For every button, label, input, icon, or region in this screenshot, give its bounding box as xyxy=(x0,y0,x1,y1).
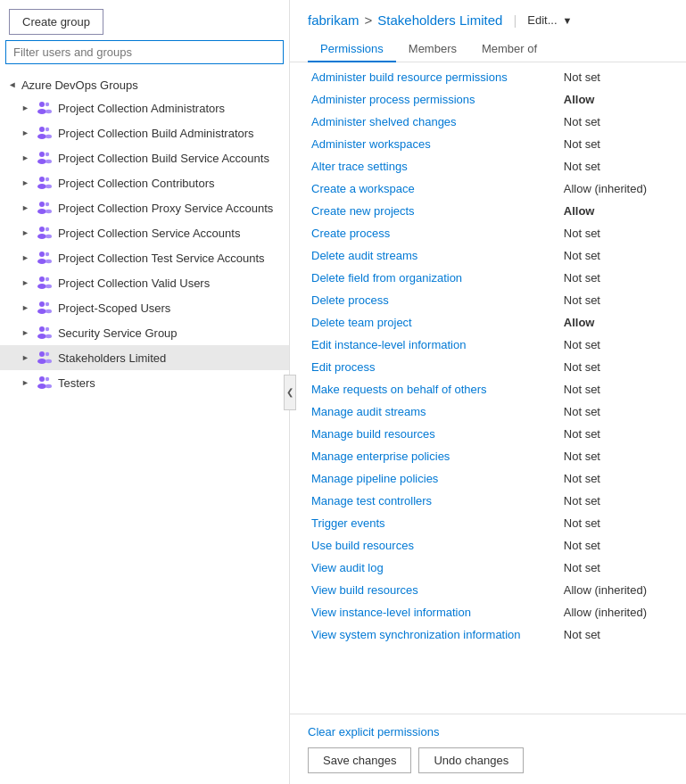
permission-name[interactable]: Administer process permissions xyxy=(308,88,560,111)
chevron-right-icon: ► xyxy=(21,153,29,162)
tree-item[interactable]: ► Project Collection Contributors xyxy=(0,170,289,195)
tab-members[interactable]: Members xyxy=(396,37,469,62)
group-icon xyxy=(35,374,53,392)
permission-name[interactable]: Create new projects xyxy=(308,200,560,222)
tree-item[interactable]: ► Project Collection Service Accounts xyxy=(0,220,289,245)
permission-name[interactable]: Delete process xyxy=(308,289,560,311)
permission-value[interactable]: Not set xyxy=(560,66,668,88)
permission-value[interactable]: Not set xyxy=(560,400,668,423)
tree-item[interactable]: ► Project Collection Administrators xyxy=(0,95,289,120)
permission-value[interactable]: Not set xyxy=(560,512,668,534)
permission-name[interactable]: Manage audit streams xyxy=(308,400,560,423)
tab-member-of[interactable]: Member of xyxy=(469,37,550,62)
permission-value[interactable]: Not set xyxy=(560,557,668,579)
breadcrumb-group: Stakeholders Limited xyxy=(377,12,502,28)
permission-name[interactable]: View build resources xyxy=(308,579,560,601)
permission-value[interactable]: Not set xyxy=(560,155,668,177)
tree-item[interactable]: ► Project Collection Test Service Accoun… xyxy=(0,245,289,270)
permission-name[interactable]: Delete audit streams xyxy=(308,244,560,267)
table-row: Administer process permissionsAllow xyxy=(308,88,668,111)
tree-item[interactable]: ► Testers xyxy=(0,370,289,395)
tree-group-header[interactable]: ▼ Azure DevOps Groups xyxy=(0,75,289,95)
permission-name[interactable]: Manage pipeline policies xyxy=(308,467,560,490)
permission-name[interactable]: Administer shelved changes xyxy=(308,111,560,133)
permission-value[interactable]: Not set xyxy=(560,111,668,133)
filter-input[interactable] xyxy=(5,40,284,64)
group-icon xyxy=(35,274,53,292)
undo-button[interactable]: Undo changes xyxy=(418,747,524,773)
group-name: Project Collection Build Administrators xyxy=(58,127,254,140)
permission-name[interactable]: Edit process xyxy=(308,356,560,378)
permission-value[interactable]: Not set xyxy=(560,623,668,646)
permission-value[interactable]: Not set xyxy=(560,334,668,356)
permission-value[interactable]: Allow xyxy=(560,311,668,334)
permission-value[interactable]: Allow xyxy=(560,200,668,222)
table-row: Delete field from organizationNot set xyxy=(308,267,668,289)
chevron-right-icon: ► xyxy=(21,228,29,237)
permission-name[interactable]: Edit instance-level information xyxy=(308,334,560,356)
svg-point-10 xyxy=(45,153,49,156)
permissions-table: Administer build resource permissionsNot… xyxy=(308,66,668,646)
permission-value[interactable]: Not set xyxy=(560,467,668,490)
svg-point-37 xyxy=(37,334,46,339)
permission-name[interactable]: Manage build resources xyxy=(308,423,560,445)
svg-point-44 xyxy=(39,376,45,382)
svg-point-24 xyxy=(39,252,45,257)
svg-point-22 xyxy=(45,227,49,231)
permission-value[interactable]: Not set xyxy=(560,534,668,557)
breadcrumb-edit-arrow[interactable]: ▼ xyxy=(563,15,573,26)
permission-name[interactable]: Make requests on behalf of others xyxy=(308,378,560,400)
breadcrumb-org[interactable]: fabrikam xyxy=(308,12,360,28)
tree-item[interactable]: ► Project Collection Build Service Accou… xyxy=(0,145,289,170)
tree-item[interactable]: ► Security Service Group xyxy=(0,320,289,345)
permission-value[interactable]: Allow xyxy=(560,88,668,111)
permission-value[interactable]: Not set xyxy=(560,222,668,244)
permission-name[interactable]: Manage test controllers xyxy=(308,490,560,512)
permission-value[interactable]: Allow (inherited) xyxy=(560,579,668,601)
permission-name[interactable]: Delete team project xyxy=(308,311,560,334)
permission-value[interactable]: Not set xyxy=(560,289,668,311)
permission-name[interactable]: Alter trace settings xyxy=(308,155,560,177)
permission-value[interactable]: Not set xyxy=(560,267,668,289)
collapse-panel-button[interactable]: ❮ xyxy=(284,375,296,410)
permission-name[interactable]: Trigger events xyxy=(308,512,560,534)
permission-name[interactable]: Manage enterprise policies xyxy=(308,445,560,467)
breadcrumb: fabrikam > Stakeholders Limited | Edit..… xyxy=(308,12,668,28)
permission-name[interactable]: View audit log xyxy=(308,557,560,579)
tree-section: ▼ Azure DevOps Groups ► Project Collecti… xyxy=(0,71,289,784)
permission-value[interactable]: Allow (inherited) xyxy=(560,177,668,200)
permission-name[interactable]: Create a workspace xyxy=(308,177,560,200)
tree-item[interactable]: ► Project Collection Proxy Service Accou… xyxy=(0,195,289,220)
permission-value[interactable]: Not set xyxy=(560,133,668,155)
breadcrumb-edit[interactable]: Edit... xyxy=(527,13,557,27)
permission-value[interactable]: Not set xyxy=(560,356,668,378)
table-row: Manage audit streamsNot set xyxy=(308,400,668,423)
permission-name[interactable]: Delete field from organization xyxy=(308,267,560,289)
permission-value[interactable]: Not set xyxy=(560,378,668,400)
permission-value[interactable]: Not set xyxy=(560,490,668,512)
save-button[interactable]: Save changes xyxy=(308,747,411,773)
permission-value[interactable]: Not set xyxy=(560,445,668,467)
permission-value[interactable]: Not set xyxy=(560,244,668,267)
tree-item[interactable]: ► Project Collection Valid Users xyxy=(0,270,289,295)
permission-name[interactable]: Administer workspaces xyxy=(308,133,560,155)
permission-value[interactable]: Not set xyxy=(560,423,668,445)
table-row: Delete audit streamsNot set xyxy=(308,244,668,267)
create-group-button[interactable]: Create group xyxy=(9,9,103,35)
tree-item[interactable]: ► Project Collection Build Administrator… xyxy=(0,120,289,145)
svg-point-21 xyxy=(37,234,46,239)
clear-permissions-link[interactable]: Clear explicit permissions xyxy=(308,725,668,739)
tree-item[interactable]: ► Stakeholders Limited xyxy=(0,345,289,370)
permission-name[interactable]: Use build resources xyxy=(308,534,560,557)
permission-name[interactable]: View instance-level information xyxy=(308,601,560,623)
permission-name[interactable]: Create process xyxy=(308,222,560,244)
tree-item[interactable]: ► Project-Scoped Users xyxy=(0,295,289,320)
chevron-right-icon: ► xyxy=(21,253,29,262)
tab-permissions[interactable]: Permissions xyxy=(308,37,396,62)
permission-name[interactable]: View system synchronization information xyxy=(308,623,560,646)
permission-value[interactable]: Allow (inherited) xyxy=(560,601,668,623)
group-icon xyxy=(35,199,53,217)
table-row: Edit instance-level informationNot set xyxy=(308,334,668,356)
permission-name[interactable]: Administer build resource permissions xyxy=(308,66,560,88)
group-name: Project Collection Contributors xyxy=(58,177,215,190)
